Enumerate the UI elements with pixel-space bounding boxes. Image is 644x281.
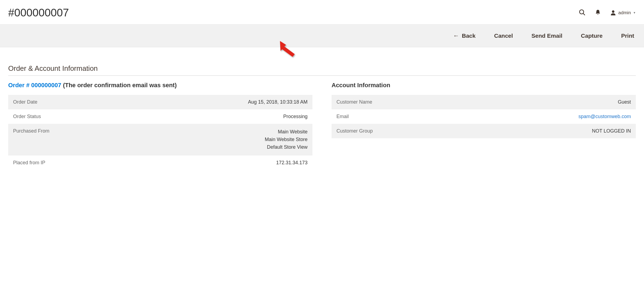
- order-email-sent-note: (The order confirmation email was sent): [63, 82, 177, 89]
- send-email-button[interactable]: Send Email: [530, 32, 564, 39]
- back-button[interactable]: ← Back: [452, 32, 477, 39]
- capture-button[interactable]: Capture: [579, 32, 604, 39]
- order-number-link[interactable]: Order # 000000007: [8, 82, 61, 89]
- arrow-left-icon: ←: [453, 33, 459, 39]
- order-action-bar: ← Back Cancel Send Email Capture Print: [0, 24, 644, 47]
- order-date-value: Aug 15, 2018, 10:33:18 AM: [136, 95, 312, 109]
- account-panel-title: Account Information: [332, 82, 636, 89]
- print-button[interactable]: Print: [619, 32, 636, 39]
- purchased-from-line: Main Website Store: [141, 136, 308, 144]
- order-status-label: Order Status: [8, 109, 136, 124]
- order-status-value: Processing: [136, 109, 312, 124]
- svg-line-1: [583, 13, 585, 15]
- table-row: Order Status Processing: [8, 109, 312, 124]
- admin-username: admin: [618, 10, 631, 16]
- order-info-table: Order Date Aug 15, 2018, 10:33:18 AM Ord…: [8, 95, 312, 170]
- customer-group-label: Customer Group: [332, 124, 459, 138]
- order-account-columns: Order # 000000007 (The order confirmatio…: [8, 82, 636, 170]
- user-icon: [610, 10, 616, 16]
- account-info-table: Customer Name Guest Email spam@customweb…: [332, 95, 636, 138]
- table-row: Placed from IP 172.31.34.173: [8, 156, 312, 170]
- admin-account-menu[interactable]: admin ▼: [610, 10, 636, 16]
- header-tools: admin ▼: [579, 9, 636, 17]
- cancel-button[interactable]: Cancel: [493, 32, 515, 39]
- placed-ip-label: Placed from IP: [8, 156, 136, 170]
- table-row: Email spam@customweb.com: [332, 109, 636, 124]
- order-panel-title: Order # 000000007 (The order confirmatio…: [8, 82, 312, 89]
- customer-email-link[interactable]: spam@customweb.com: [579, 114, 631, 119]
- section-heading: Order & Account Information: [8, 64, 636, 76]
- customer-group-value: NOT LOGGED IN: [459, 124, 636, 138]
- table-row: Order Date Aug 15, 2018, 10:33:18 AM: [8, 95, 312, 109]
- customer-name-label: Customer Name: [332, 95, 459, 109]
- placed-ip-value: 172.31.34.173: [136, 156, 312, 170]
- send-email-button-label: Send Email: [532, 33, 562, 39]
- cancel-button-label: Cancel: [494, 33, 513, 39]
- table-row: Customer Group NOT LOGGED IN: [332, 124, 636, 138]
- chevron-down-icon: ▼: [633, 11, 636, 14]
- email-value: spam@customweb.com: [459, 109, 636, 124]
- purchased-from-line: Main Website: [141, 128, 308, 136]
- customer-name-value: Guest: [459, 95, 636, 109]
- order-information-panel: Order # 000000007 (The order confirmatio…: [8, 82, 312, 170]
- purchased-from-value: Main Website Main Website Store Default …: [136, 124, 312, 156]
- purchased-from-line: Default Store View: [141, 144, 308, 151]
- capture-button-label: Capture: [581, 33, 603, 39]
- order-date-label: Order Date: [8, 95, 136, 109]
- notifications-icon[interactable]: [595, 9, 601, 16]
- table-row: Customer Name Guest: [332, 95, 636, 109]
- print-button-label: Print: [621, 33, 634, 39]
- table-row: Purchased From Main Website Main Website…: [8, 124, 312, 156]
- purchased-from-label: Purchased From: [8, 124, 136, 156]
- email-label: Email: [332, 109, 459, 124]
- page-header: #000000007 admin ▼: [8, 7, 636, 19]
- search-icon[interactable]: [579, 9, 586, 17]
- page-title: #000000007: [8, 7, 69, 19]
- account-information-panel: Account Information Customer Name Guest …: [332, 82, 636, 170]
- back-button-label: Back: [462, 33, 476, 39]
